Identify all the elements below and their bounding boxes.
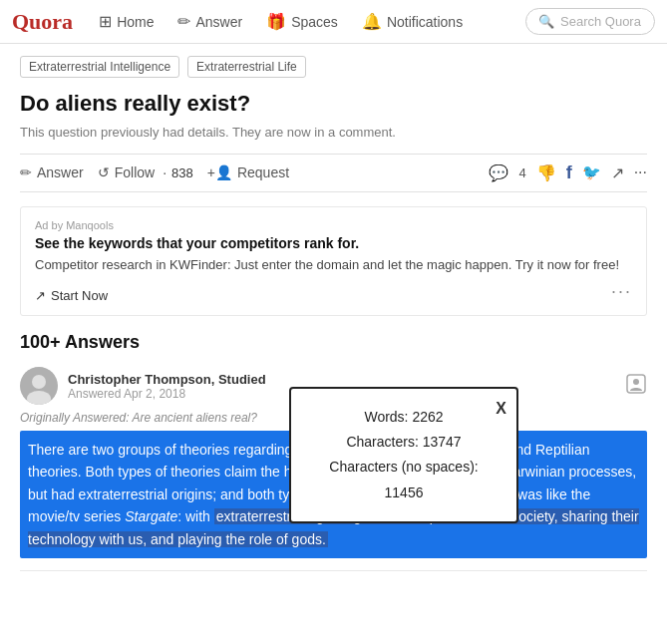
- svg-point-4: [633, 379, 639, 385]
- question-subtitle: This question previously had details. Th…: [20, 125, 647, 140]
- answer-icon: ✏: [177, 12, 190, 31]
- action-bar: ✏ Answer ↺ Follow · 838 +👤 Request 💬 4 👎…: [20, 154, 647, 192]
- navbar: Quora ⊞ Home ✏ Answer 🎁 Spaces 🔔 Notific…: [0, 0, 667, 44]
- word-count-popup[interactable]: X Words: 2262 Characters: 13747 Characte…: [289, 387, 518, 523]
- answer-author-info: Christopher Thompson, Studied Answered A…: [68, 372, 266, 401]
- ad-label: Ad by Manqools: [35, 219, 632, 231]
- nav-answer[interactable]: ✏ Answer: [167, 0, 252, 44]
- chars-nospace-label: Characters (no spaces):: [329, 459, 478, 475]
- author-name[interactable]: Christopher Thompson, Studied: [68, 372, 266, 387]
- nav-home[interactable]: ⊞ Home: [89, 0, 164, 44]
- search-placeholder: Search Quora: [560, 14, 641, 29]
- external-link-icon: ↗: [35, 288, 46, 303]
- nav-home-label: Home: [117, 14, 154, 30]
- action-sep: ·: [163, 164, 167, 180]
- report-button[interactable]: [625, 373, 647, 400]
- home-icon: ⊞: [99, 12, 112, 31]
- chars-label: Characters:: [346, 434, 418, 450]
- ad-cta-label: Start Now: [51, 288, 108, 303]
- search-box[interactable]: 🔍 Search Quora: [525, 8, 655, 35]
- question-title: Do aliens really exist?: [20, 90, 647, 119]
- answers-header: 100+ Answers: [20, 332, 647, 353]
- request-label: Request: [237, 164, 289, 180]
- spaces-icon: 🎁: [266, 12, 286, 31]
- bell-icon: 🔔: [362, 12, 382, 31]
- words-label: Words:: [364, 409, 408, 425]
- popup-chars-nospace: Characters (no spaces): 11456: [311, 455, 497, 504]
- answer-author: Christopher Thompson, Studied: [68, 372, 266, 387]
- tags-container: Extraterrestrial Intelligence Extraterre…: [20, 56, 647, 78]
- request-button[interactable]: +👤 Request: [207, 164, 289, 180]
- ad-section: Ad by Manqools See the keywords that you…: [20, 206, 647, 317]
- tag-extraterrestrial-intelligence[interactable]: Extraterrestrial Intelligence: [20, 56, 179, 78]
- popup-close-button[interactable]: X: [496, 395, 506, 424]
- facebook-icon[interactable]: f: [566, 162, 572, 183]
- more-icon[interactable]: ···: [634, 163, 647, 181]
- ad-more-button[interactable]: ···: [611, 281, 632, 302]
- tag-extraterrestrial-life[interactable]: Extraterrestrial Life: [187, 56, 306, 78]
- popup-words: Words: 2262: [311, 405, 497, 430]
- chars-value: 13747: [423, 434, 462, 450]
- answer-label: Answer: [37, 164, 84, 180]
- logo[interactable]: Quora: [12, 9, 73, 35]
- follow-icon: ↺: [98, 164, 110, 180]
- nav-answer-label: Answer: [195, 14, 242, 30]
- answer-button[interactable]: ✏ Answer: [20, 164, 84, 180]
- follow-button[interactable]: ↺ Follow · 838: [98, 164, 193, 180]
- nav-spaces-label: Spaces: [291, 14, 338, 30]
- follow-label: Follow: [115, 164, 155, 180]
- follow-count: 838: [171, 165, 193, 180]
- share-icon[interactable]: ↗: [611, 163, 624, 182]
- svg-point-1: [32, 375, 46, 389]
- ad-footer: ↗ Start Now ···: [35, 280, 632, 303]
- request-icon: +👤: [207, 164, 232, 180]
- social-icons: 💬 4 👎 f 🐦 ↗ ···: [489, 162, 647, 183]
- nav-notifications-label: Notifications: [387, 14, 463, 30]
- words-value: 2262: [412, 409, 443, 425]
- avatar: [20, 367, 58, 405]
- twitter-icon[interactable]: 🐦: [582, 163, 601, 181]
- comment-count: 4: [518, 165, 525, 180]
- nav-spaces[interactable]: 🎁 Spaces: [256, 0, 348, 44]
- comment-icon[interactable]: 💬: [489, 163, 508, 182]
- search-icon: 🔍: [538, 14, 554, 29]
- chars-nospace-value: 11456: [385, 484, 424, 500]
- popup-chars: Characters: 13747: [311, 430, 497, 455]
- ad-body: Competitor research in KWFinder: Just en…: [35, 255, 632, 275]
- write-icon: ✏: [20, 164, 32, 180]
- ad-cta-button[interactable]: ↗ Start Now: [35, 288, 108, 303]
- downvote-icon[interactable]: 👎: [536, 163, 556, 182]
- ad-title: See the keywords that your competitors r…: [35, 235, 632, 251]
- answer-date: Answered Apr 2, 2018: [68, 387, 266, 401]
- nav-notifications[interactable]: 🔔 Notifications: [352, 0, 473, 44]
